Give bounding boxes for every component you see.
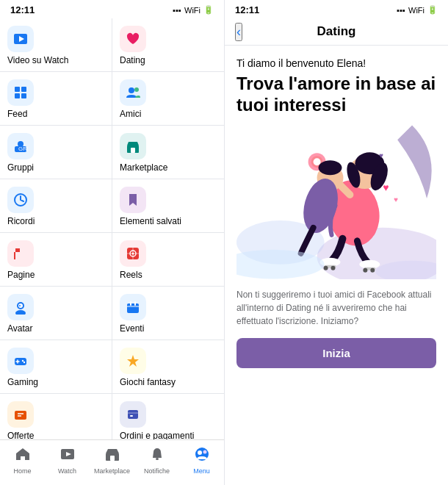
svg-rect-38: [130, 415, 133, 417]
feed-label: Feed: [7, 109, 27, 119]
svg-rect-14: [14, 252, 15, 259]
svg-point-6: [129, 87, 134, 93]
marketplace-label: Marketplace: [120, 162, 167, 173]
friends-icon: [120, 79, 146, 106]
gaming-label: Gaming: [7, 377, 38, 387]
headline: Trova l'amore in base ai tuoi interessi: [236, 73, 436, 116]
svg-rect-4: [15, 93, 20, 98]
menu-item-reels[interactable]: Reels: [112, 233, 224, 286]
menu-item-saved[interactable]: Elementi salvati: [112, 179, 224, 232]
svg-point-23: [19, 305, 21, 306]
svg-rect-3: [21, 87, 26, 92]
menu-item-gaming[interactable]: Gaming: [0, 340, 112, 393]
svg-rect-37: [128, 410, 138, 419]
menu-item-groups[interactable]: GRPGruppi: [0, 126, 112, 179]
home-nav-label: Home: [13, 467, 31, 475]
menu-item-orders[interactable]: Ordini e pagamenti: [112, 394, 224, 439]
menu-item-fantasy[interactable]: Giochi fantasy: [112, 340, 224, 393]
pages-label: Pagine: [7, 270, 35, 280]
pages-icon: [7, 240, 34, 267]
menu-item-dating[interactable]: Dating: [112, 18, 224, 71]
svg-rect-48: [156, 458, 159, 460]
svg-point-51: [203, 450, 206, 454]
right-panel: 12:11 ▪▪▪ WiFi 🔋 ‹ Dating Ti diamo il be…: [224, 0, 448, 485]
bottom-nav: HomeWatchMarketplaceNotificheMenu: [0, 439, 224, 485]
nav-item-notifications[interactable]: Notifiche: [134, 445, 179, 476]
menu-item-friends[interactable]: Amici: [112, 72, 224, 125]
svg-point-50: [198, 450, 202, 455]
nav-item-menu[interactable]: Menu: [179, 445, 224, 476]
welcome-text: Ti diamo il benvenuto Elena!: [236, 57, 436, 69]
menu-item-offers[interactable]: Offerte: [0, 394, 112, 439]
reels-icon: [120, 240, 146, 267]
status-time-right: 12:11: [235, 4, 259, 15]
menu-item-avatar[interactable]: Avatar: [0, 287, 112, 340]
svg-point-21: [15, 310, 26, 315]
signal-icon-right: ▪▪▪: [397, 6, 405, 15]
svg-text:♥: ♥: [383, 182, 389, 193]
menu-item-marketplace[interactable]: Marketplace: [112, 126, 224, 179]
svg-point-61: [314, 158, 321, 165]
svg-rect-2: [15, 87, 20, 92]
orders-label: Ordini e pagamenti: [120, 431, 194, 439]
marketplace-icon: [120, 133, 146, 159]
menu-item-feed[interactable]: Feed: [0, 72, 112, 125]
marketplace-nav-label: Marketplace: [94, 467, 130, 475]
fantasy-icon: [120, 348, 146, 374]
nav-item-marketplace[interactable]: Marketplace: [90, 445, 134, 476]
notifications-nav-icon: [149, 446, 165, 466]
menu-nav-icon: [194, 446, 210, 466]
watch-nav-icon: [59, 446, 76, 466]
svg-rect-27: [134, 301, 136, 306]
offers-label: Offerte: [7, 431, 34, 439]
dating-content: Ti diamo il benvenuto Elena! Trova l'amo…: [225, 46, 448, 485]
menu-item-watch[interactable]: Video su Watch: [0, 18, 112, 71]
battery-icon-right: 🔋: [427, 5, 438, 15]
left-panel: 12:11 ▪▪▪ WiFi 🔋 Video su WatchDatingFee…: [0, 0, 224, 485]
fantasy-label: Giochi fantasy: [120, 377, 176, 387]
wifi-icon-right: WiFi: [408, 6, 424, 15]
home-nav-icon: [15, 446, 31, 466]
dating-illustration: ♥ ♥ ♥: [236, 125, 436, 279]
memories-label: Ricordi: [7, 216, 35, 226]
watch-label: Video su Watch: [7, 55, 68, 65]
svg-point-7: [134, 87, 139, 92]
battery-icon: 🔋: [203, 5, 214, 15]
nav-item-watch[interactable]: Watch: [45, 445, 90, 476]
menu-item-events[interactable]: Eventi: [112, 287, 224, 340]
start-button[interactable]: Inizia: [236, 338, 436, 368]
menu-item-memories[interactable]: Ricordi: [0, 179, 112, 232]
nav-item-home[interactable]: Home: [0, 445, 45, 476]
svg-rect-47: [110, 456, 115, 461]
status-time-left: 12:11: [10, 4, 35, 15]
svg-rect-34: [15, 411, 26, 420]
privacy-text: Non ti suggeriremo i tuoi amici di Faceb…: [236, 288, 436, 328]
avatar-icon: [7, 294, 34, 320]
menu-item-pages[interactable]: Pagine: [0, 233, 112, 286]
illustration-svg: ♥ ♥ ♥: [236, 125, 436, 279]
svg-rect-24: [127, 303, 139, 313]
avatar-label: Avatar: [7, 323, 32, 334]
memories-icon: [7, 187, 34, 213]
menu-grid: Video su WatchDatingFeedAmiciGRPGruppiMa…: [0, 18, 224, 439]
svg-rect-25: [127, 306, 139, 307]
svg-point-69: [370, 267, 375, 272]
svg-marker-33: [127, 355, 139, 367]
watch-nav-label: Watch: [58, 467, 76, 475]
status-icons-left: ▪▪▪ WiFi 🔋: [173, 5, 214, 15]
events-icon: [120, 294, 146, 320]
friends-label: Amici: [120, 109, 141, 119]
signal-icon: ▪▪▪: [173, 6, 181, 15]
svg-text:GRP: GRP: [18, 146, 28, 152]
back-button[interactable]: ‹: [235, 23, 242, 41]
svg-rect-12: [131, 148, 135, 153]
svg-rect-26: [130, 301, 131, 306]
dating-label: Dating: [120, 55, 145, 65]
svg-text:♥: ♥: [379, 151, 383, 159]
feed-icon: [7, 79, 34, 106]
saved-icon: [120, 187, 146, 213]
menu-nav-label: Menu: [193, 467, 210, 475]
orders-icon: [120, 401, 146, 428]
status-bar-left: 12:11 ▪▪▪ WiFi 🔋: [0, 0, 224, 18]
svg-point-31: [22, 360, 24, 362]
